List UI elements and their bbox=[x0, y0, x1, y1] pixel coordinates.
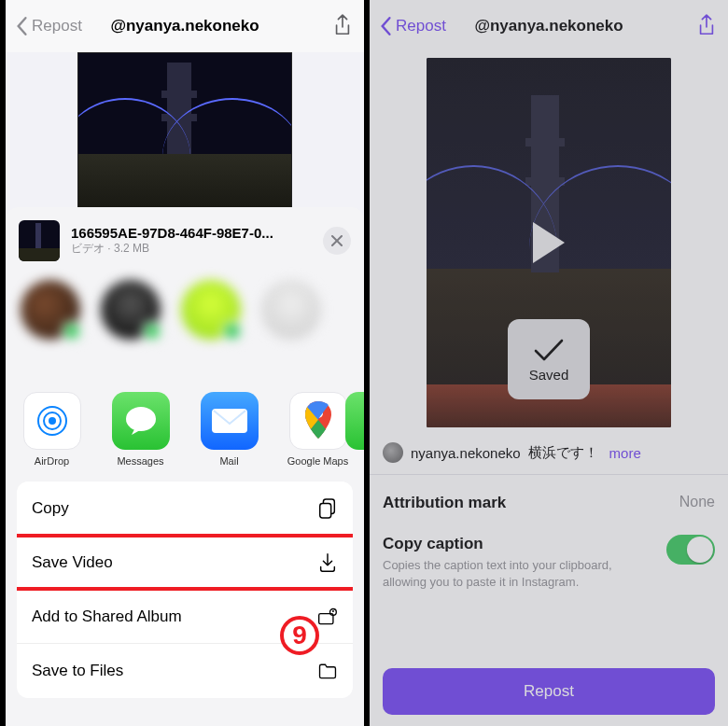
contact-avatar[interactable] bbox=[101, 280, 161, 340]
back-label: Repost bbox=[32, 17, 82, 35]
svg-point-0 bbox=[49, 417, 56, 425]
share-actions-list: Copy Save Video Add to Shared Album Save… bbox=[17, 482, 353, 698]
copy-icon bbox=[317, 497, 338, 520]
share-apps-row: AirDrop Messages Mail Google Maps bbox=[6, 379, 364, 472]
folder-icon bbox=[317, 660, 338, 682]
back-button[interactable]: Repost bbox=[379, 16, 446, 36]
mail-icon bbox=[201, 392, 259, 450]
page-title: @nyanya.nekoneko bbox=[110, 17, 259, 35]
svg-point-3 bbox=[126, 407, 156, 431]
caption-text: 横浜です！ bbox=[528, 444, 598, 462]
caption-more-link[interactable]: more bbox=[609, 445, 641, 461]
share-contacts-row bbox=[6, 271, 364, 379]
left-screenshot: Repost @nyanya.nekoneko 166595AE-97D8-46… bbox=[0, 0, 370, 726]
contact-avatar[interactable] bbox=[181, 280, 241, 340]
share-icon[interactable] bbox=[696, 13, 717, 39]
chevron-left-icon bbox=[15, 16, 28, 36]
svg-rect-7 bbox=[320, 503, 331, 518]
action-save-video[interactable]: Save Video bbox=[17, 536, 353, 590]
file-thumbnail bbox=[19, 220, 60, 261]
file-name: 166595AE-97D8-464F-98E7-0... bbox=[71, 225, 312, 241]
annotation-step-number: 9 bbox=[280, 616, 319, 655]
copy-caption-toggle[interactable] bbox=[666, 535, 715, 565]
background-video-thumbnail bbox=[77, 52, 292, 220]
messages-icon bbox=[112, 392, 170, 450]
page-title: @nyanya.nekoneko bbox=[474, 17, 623, 35]
video-preview[interactable]: Saved bbox=[427, 58, 671, 427]
nav-bar: Repost @nyanya.nekoneko bbox=[6, 0, 364, 52]
back-button[interactable]: Repost bbox=[15, 16, 82, 36]
repost-button[interactable]: Repost bbox=[383, 668, 715, 715]
contact-avatar[interactable] bbox=[261, 280, 321, 340]
user-avatar[interactable] bbox=[383, 442, 403, 463]
chevron-left-icon bbox=[379, 16, 392, 36]
caption-username: nyanya.nekoneko bbox=[411, 445, 521, 461]
close-icon bbox=[330, 234, 343, 247]
play-icon bbox=[533, 222, 565, 263]
download-icon bbox=[317, 551, 338, 574]
share-app-mail[interactable]: Mail bbox=[185, 392, 273, 467]
setting-attribution[interactable]: Attribution mark None bbox=[383, 482, 715, 524]
contact-avatar[interactable] bbox=[21, 280, 80, 340]
right-screenshot: Repost @nyanya.nekoneko Saved nyanya.nek… bbox=[370, 0, 728, 726]
share-app-airdrop[interactable]: AirDrop bbox=[7, 392, 96, 467]
file-meta: ビデオ · 3.2 MB bbox=[71, 241, 312, 257]
settings-section: Attribution mark None Copy caption Copie… bbox=[370, 479, 728, 614]
back-label: Repost bbox=[396, 17, 446, 35]
svg-point-10 bbox=[332, 610, 334, 612]
saved-toast: Saved bbox=[508, 319, 590, 399]
action-copy[interactable]: Copy bbox=[17, 482, 353, 536]
share-icon[interactable] bbox=[332, 13, 353, 39]
close-button[interactable] bbox=[323, 227, 351, 255]
airdrop-icon bbox=[23, 392, 81, 450]
caption-row: nyanya.nekoneko 横浜です！ more bbox=[370, 427, 728, 474]
share-app-partial[interactable] bbox=[345, 392, 366, 450]
share-app-messages[interactable]: Messages bbox=[96, 392, 185, 467]
checkmark-icon bbox=[533, 337, 565, 363]
google-maps-icon bbox=[289, 392, 347, 450]
shared-album-icon bbox=[317, 606, 338, 628]
setting-copy-caption: Copy caption Copies the caption text int… bbox=[383, 524, 715, 601]
share-sheet-header: 166595AE-97D8-464F-98E7-0... ビデオ · 3.2 M… bbox=[6, 207, 364, 271]
nav-bar: Repost @nyanya.nekoneko bbox=[370, 0, 728, 52]
